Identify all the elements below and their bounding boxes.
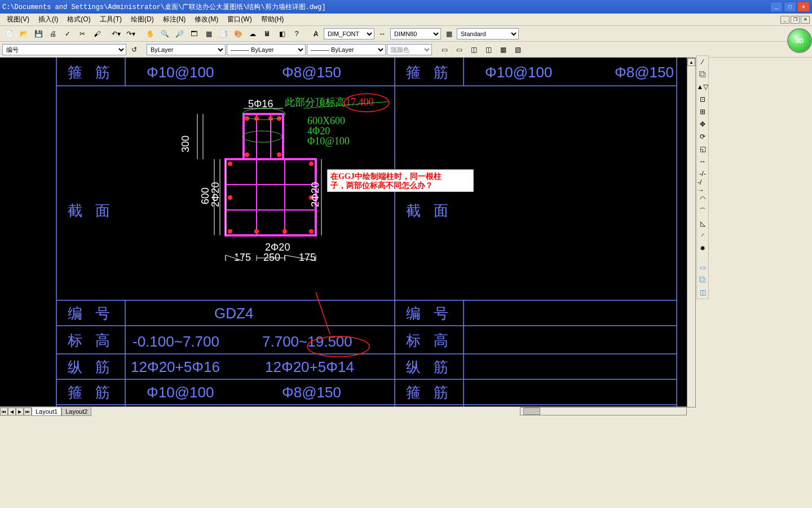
tool-new-icon[interactable]: 📄 (2, 28, 16, 40)
tool-cut-icon[interactable]: ✂ (76, 28, 89, 40)
tool-block-icon[interactable]: ◧ (275, 28, 289, 40)
tool-redo-icon[interactable]: ↷▾ (124, 28, 138, 40)
text-style-select[interactable]: DIM_FONT (324, 28, 374, 40)
svg-point-26 (277, 152, 281, 157)
svg-text:5Φ16: 5Φ16 (248, 98, 273, 110)
menu-dimension[interactable]: 标注(N) (158, 14, 191, 25)
render-6-icon[interactable]: ▧ (511, 43, 524, 56)
render-5-icon[interactable]: ▦ (496, 43, 510, 56)
render-3-icon[interactable]: ◫ (467, 43, 480, 56)
tool-undo-icon[interactable]: ↶▾ (109, 28, 123, 40)
menu-format[interactable]: 格式(O) (63, 14, 95, 25)
layer-prev-icon[interactable]: ↺ (127, 43, 141, 56)
text-style-icon[interactable]: A̷ (309, 28, 323, 40)
svg-line-64 (316, 292, 330, 334)
tab-nav-first[interactable]: ⏮ (0, 408, 8, 415)
tool-move-icon[interactable]: ✥ (697, 119, 708, 130)
horizontal-scrollbar[interactable] (520, 407, 687, 415)
tool-win1-icon[interactable]: ▭ (697, 262, 708, 273)
scroll-up-arrow[interactable]: ▲ (687, 58, 695, 66)
tool-fillet-icon[interactable]: ◜ (697, 230, 708, 242)
svg-rect-13 (244, 114, 283, 159)
layout-tab-2[interactable]: Layout2 (61, 408, 91, 416)
tab-nav-prev[interactable]: ◀ (8, 408, 16, 415)
tool-explode-icon[interactable]: ✸ (697, 243, 708, 254)
tool-tp-icon[interactable]: 🎨 (231, 28, 245, 40)
tool-pan-icon[interactable]: ✋ (143, 28, 157, 40)
svg-text:175: 175 (299, 252, 316, 263)
tool-stretch-icon[interactable]: ↔ (697, 156, 708, 167)
svg-text:600: 600 (200, 187, 211, 204)
tool-ssm-icon[interactable]: 📑 (217, 28, 230, 40)
drawing-canvas[interactable]: 箍 筋 截 面 编 号 标 高 纵 筋 箍 筋 箍 筋 截 面 编 号 标 高 … (0, 58, 687, 408)
close-button[interactable]: ✕ (797, 2, 810, 12)
tool-erase-icon[interactable]: ⁄ (697, 56, 708, 68)
vertical-scrollbar[interactable]: ▲ (687, 58, 696, 408)
tool-zoom2-icon[interactable]: 🔎 (173, 28, 186, 40)
tool-match-icon[interactable]: 🖌 (90, 28, 104, 40)
svg-rect-14 (226, 159, 316, 235)
bottom-tab-scroll-strip: ⏮ ◀ ▶ ⏭ Layout1 Layout2 (0, 406, 687, 415)
note-line2: 子，两部位标高不同怎么办？ (330, 181, 433, 190)
tool-win2-icon[interactable]: ⿻ (697, 274, 708, 286)
menu-draw[interactable]: 绘图(D) (126, 14, 158, 25)
row-stirrup2-label-r: 箍 筋 (406, 384, 453, 401)
lineweight-select[interactable]: ——— ByLayer (307, 44, 386, 55)
dim-style-icon[interactable]: ↔ (376, 28, 389, 40)
tool-extend-icon[interactable]: -/→ (697, 181, 708, 192)
tool-array-icon[interactable]: ⊞ (697, 106, 708, 117)
tab-nav-last[interactable]: ⏭ (24, 408, 32, 415)
mdi-restore[interactable]: ❐ (791, 16, 800, 24)
menu-insert[interactable]: 插入(I) (34, 14, 63, 25)
tool-offset-icon[interactable]: ⊡ (697, 94, 708, 105)
layer-select[interactable]: 编号 (2, 44, 126, 55)
render-4-icon[interactable]: ◫ (482, 43, 495, 56)
tool-copy-icon[interactable]: ⿻ (697, 69, 708, 80)
menu-modify[interactable]: 修改(M) (190, 14, 223, 25)
viewcube-icon[interactable]: 3D (787, 28, 812, 53)
tool-spell-icon[interactable]: ✓ (61, 28, 74, 40)
table-style-select[interactable]: Standard (457, 28, 519, 40)
tool-mirror-icon[interactable]: ▲▽ (697, 81, 708, 93)
menu-tools[interactable]: 工具(T) (95, 14, 126, 25)
minimize-button[interactable]: _ (770, 2, 783, 12)
tool-open-icon[interactable]: 📂 (17, 28, 30, 40)
tool-plot-icon[interactable]: 🖨 (46, 28, 60, 40)
layout-tab-1[interactable]: Layout1 (32, 408, 61, 416)
tool-scale-icon[interactable]: ◱ (697, 143, 708, 155)
menubar: 视图(V) 插入(I) 格式(O) 工具(T) 绘图(D) 标注(N) 修改(M… (0, 14, 812, 26)
linetype-select[interactable]: ——— ByLayer (227, 44, 306, 55)
val-rebar-b: 12Φ20+5Φ14 (265, 358, 354, 375)
tool-markup-icon[interactable]: ☁ (246, 28, 259, 40)
tool-dcenter-icon[interactable]: 🗔 (187, 28, 201, 40)
tool-save-icon[interactable]: 💾 (32, 28, 45, 40)
plotstyle-select[interactable]: 随颜色 (387, 44, 432, 55)
render-2-icon[interactable]: ▭ (452, 43, 466, 56)
render-1-icon[interactable]: ▭ (438, 43, 451, 56)
tool-help-icon[interactable]: ? (290, 28, 303, 40)
svg-point-29 (228, 195, 232, 200)
tool-zoom-icon[interactable]: 🔍 (158, 28, 171, 40)
tool-join-icon[interactable]: ⌒ (697, 205, 708, 217)
dim-style-select[interactable]: DIMN80 (390, 28, 441, 40)
tool-win3-icon[interactable]: ◫ (697, 287, 708, 298)
val-stirrup2-b: Φ8@150 (282, 384, 341, 401)
menu-help[interactable]: 帮助(H) (257, 14, 289, 25)
maximize-button[interactable]: □ (784, 2, 796, 12)
table-style-icon[interactable]: ▦ (442, 28, 456, 40)
toolbar-layers: 编号 ↺ ByLayer ——— ByLayer ——— ByLayer 随颜色… (0, 42, 812, 58)
mdi-minimize[interactable]: _ (780, 16, 789, 24)
menu-window[interactable]: 窗口(W) (223, 14, 256, 25)
val-stirrup-b: Φ8@150 (282, 64, 341, 81)
tool-props-icon[interactable]: ▦ (202, 28, 215, 40)
tool-calc-icon[interactable]: 🖩 (261, 28, 274, 40)
tool-chamfer-icon[interactable]: ◺ (697, 218, 708, 229)
menu-view[interactable]: 视图(V) (2, 14, 34, 25)
tool-break-icon[interactable]: ◠ (697, 193, 708, 204)
tool-trim-icon[interactable]: -/- (697, 168, 708, 179)
mdi-close[interactable]: ✕ (801, 16, 810, 24)
color-select[interactable]: ByLayer (147, 44, 226, 55)
tool-rotate-icon[interactable]: ⟳ (697, 131, 708, 142)
hscroll-thumb[interactable] (523, 408, 540, 415)
tab-nav-next[interactable]: ▶ (16, 408, 24, 415)
